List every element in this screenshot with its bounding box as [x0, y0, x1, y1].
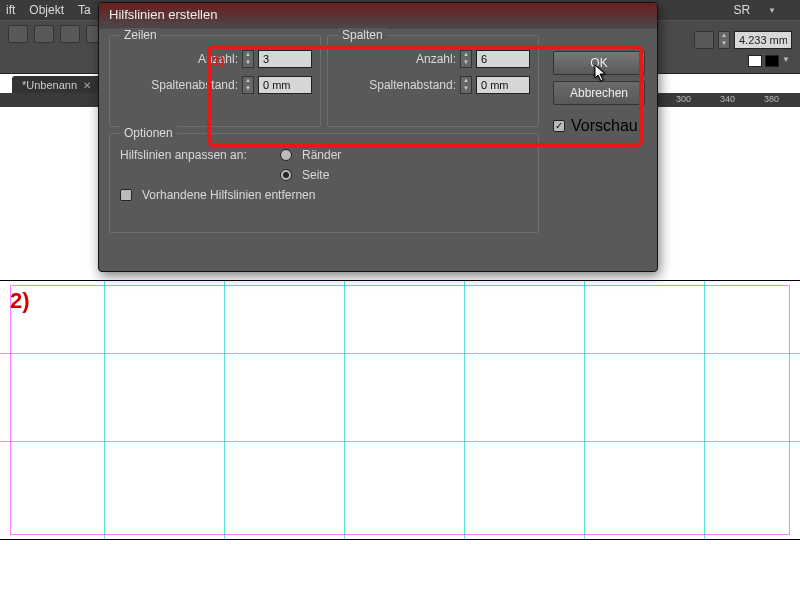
remove-existing-label: Vorhandene Hilfslinien entfernen: [142, 188, 315, 202]
legend: Optionen: [120, 126, 177, 140]
cols-count-label: Anzahl:: [416, 52, 456, 66]
options-fieldset: Optionen Hilfslinien anpassen an: Ränder…: [109, 133, 539, 233]
column-guide: [104, 281, 105, 539]
radio-page-label: Seite: [302, 168, 329, 182]
row-guide: [0, 353, 800, 354]
document-canvas[interactable]: [0, 280, 800, 540]
column-guide: [344, 281, 345, 539]
annotation-step-1: 1): [213, 53, 225, 68]
remove-existing-checkbox[interactable]: [120, 189, 132, 201]
swatch[interactable]: [748, 55, 762, 67]
rows-count-input[interactable]: [258, 50, 312, 68]
stroke-width-input[interactable]: [734, 31, 792, 49]
radio-margins-label: Ränder: [302, 148, 341, 162]
annotation-step-2: 2): [10, 288, 30, 314]
margin-guide: [10, 285, 790, 535]
preview-checkbox[interactable]: [553, 120, 565, 132]
dialog-title: Hilfslinien erstellen: [99, 3, 657, 29]
column-guide: [464, 281, 465, 539]
legend: Spalten: [338, 28, 387, 42]
rows-gutter-label: Spaltenabstand:: [151, 78, 238, 92]
cols-gutter-label: Spaltenabstand:: [369, 78, 456, 92]
preview-label: Vorschau: [571, 117, 638, 135]
cancel-button[interactable]: Abbrechen: [553, 81, 645, 105]
close-icon[interactable]: ✕: [83, 80, 91, 91]
cols-gutter-input[interactable]: [476, 76, 530, 94]
create-guides-dialog: Hilfslinien erstellen Zeilen Anzahl: ▲▼ …: [98, 2, 658, 272]
chevron-down-icon: ▼: [768, 6, 776, 15]
stepper[interactable]: ▲▼: [460, 50, 472, 68]
crop-icon[interactable]: [694, 31, 714, 49]
rows-fieldset: Zeilen Anzahl: ▲▼ Spaltenabstand: ▲▼: [109, 35, 321, 127]
swatch[interactable]: [765, 55, 779, 67]
row-guide: [0, 441, 800, 442]
column-guide: [584, 281, 585, 539]
stepper[interactable]: ▲▼: [242, 76, 254, 94]
tool-icon[interactable]: [8, 25, 28, 43]
legend: Zeilen: [120, 28, 161, 42]
menu-item[interactable]: Objekt: [29, 3, 64, 17]
radio-margins[interactable]: [280, 149, 292, 161]
columns-fieldset: Spalten Anzahl: ▲▼ Spaltenabstand: ▲▼: [327, 35, 539, 127]
workspace-dropdown[interactable]: SR▼: [733, 3, 790, 17]
chevron-down-icon[interactable]: ▼: [782, 55, 790, 67]
ok-button[interactable]: OK: [553, 51, 645, 75]
menu-item[interactable]: Ta: [78, 3, 91, 17]
column-guide: [704, 281, 705, 539]
stepper[interactable]: ▲▼: [460, 76, 472, 94]
cols-count-input[interactable]: [476, 50, 530, 68]
tool-icon[interactable]: [60, 25, 80, 43]
column-guide: [224, 281, 225, 539]
stepper[interactable]: ▲▼: [242, 50, 254, 68]
fit-guides-label: Hilfslinien anpassen an:: [120, 148, 270, 162]
tool-icon[interactable]: [34, 25, 54, 43]
menu-item[interactable]: ift: [6, 3, 15, 17]
radio-page[interactable]: [280, 169, 292, 181]
stepper[interactable]: ▲▼: [718, 31, 730, 49]
rows-gutter-input[interactable]: [258, 76, 312, 94]
